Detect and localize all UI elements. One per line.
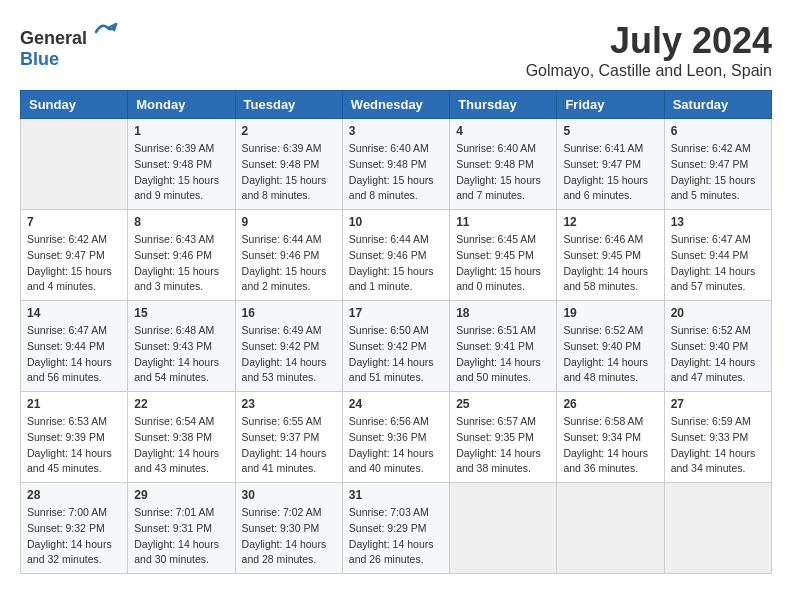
calendar-cell: 30 Sunrise: 7:02 AM Sunset: 9:30 PM Dayl…	[235, 483, 342, 574]
logo-text: General Blue	[20, 20, 118, 70]
sunrise-text: Sunrise: 7:03 AM	[349, 506, 429, 518]
sunset-text: Sunset: 9:37 PM	[242, 431, 320, 443]
sunset-text: Sunset: 9:36 PM	[349, 431, 427, 443]
sunset-text: Sunset: 9:46 PM	[349, 249, 427, 261]
weekday-header-wednesday: Wednesday	[342, 91, 449, 119]
day-number: 30	[242, 488, 336, 502]
daylight-text: Daylight: 14 hours and 38 minutes.	[456, 447, 541, 475]
day-info: Sunrise: 6:53 AM Sunset: 9:39 PM Dayligh…	[27, 414, 121, 477]
calendar-cell: 9 Sunrise: 6:44 AM Sunset: 9:46 PM Dayli…	[235, 210, 342, 301]
day-number: 24	[349, 397, 443, 411]
day-info: Sunrise: 6:49 AM Sunset: 9:42 PM Dayligh…	[242, 323, 336, 386]
main-title: July 2024	[526, 20, 772, 62]
sunset-text: Sunset: 9:47 PM	[27, 249, 105, 261]
day-info: Sunrise: 6:47 AM Sunset: 9:44 PM Dayligh…	[27, 323, 121, 386]
day-number: 2	[242, 124, 336, 138]
day-number: 3	[349, 124, 443, 138]
weekday-header-tuesday: Tuesday	[235, 91, 342, 119]
calendar-cell: 13 Sunrise: 6:47 AM Sunset: 9:44 PM Dayl…	[664, 210, 771, 301]
day-info: Sunrise: 6:57 AM Sunset: 9:35 PM Dayligh…	[456, 414, 550, 477]
calendar-cell: 15 Sunrise: 6:48 AM Sunset: 9:43 PM Dayl…	[128, 301, 235, 392]
daylight-text: Daylight: 14 hours and 32 minutes.	[27, 538, 112, 566]
calendar-cell: 17 Sunrise: 6:50 AM Sunset: 9:42 PM Dayl…	[342, 301, 449, 392]
logo-blue: Blue	[20, 49, 59, 69]
day-info: Sunrise: 6:39 AM Sunset: 9:48 PM Dayligh…	[242, 141, 336, 204]
daylight-text: Daylight: 14 hours and 58 minutes.	[563, 265, 648, 293]
weekday-header-thursday: Thursday	[450, 91, 557, 119]
daylight-text: Daylight: 14 hours and 43 minutes.	[134, 447, 219, 475]
day-info: Sunrise: 6:41 AM Sunset: 9:47 PM Dayligh…	[563, 141, 657, 204]
day-info: Sunrise: 6:56 AM Sunset: 9:36 PM Dayligh…	[349, 414, 443, 477]
day-number: 11	[456, 215, 550, 229]
sunrise-text: Sunrise: 7:02 AM	[242, 506, 322, 518]
day-info: Sunrise: 6:47 AM Sunset: 9:44 PM Dayligh…	[671, 232, 765, 295]
weekday-header-sunday: Sunday	[21, 91, 128, 119]
daylight-text: Daylight: 14 hours and 56 minutes.	[27, 356, 112, 384]
sunrise-text: Sunrise: 6:42 AM	[27, 233, 107, 245]
sunset-text: Sunset: 9:44 PM	[671, 249, 749, 261]
sunrise-text: Sunrise: 6:57 AM	[456, 415, 536, 427]
sunset-text: Sunset: 9:31 PM	[134, 522, 212, 534]
daylight-text: Daylight: 15 hours and 0 minutes.	[456, 265, 541, 293]
sunrise-text: Sunrise: 6:59 AM	[671, 415, 751, 427]
sunset-text: Sunset: 9:45 PM	[456, 249, 534, 261]
calendar-cell: 14 Sunrise: 6:47 AM Sunset: 9:44 PM Dayl…	[21, 301, 128, 392]
day-number: 20	[671, 306, 765, 320]
weekday-header-row: SundayMondayTuesdayWednesdayThursdayFrid…	[21, 91, 772, 119]
calendar-cell: 1 Sunrise: 6:39 AM Sunset: 9:48 PM Dayli…	[128, 119, 235, 210]
sunrise-text: Sunrise: 6:46 AM	[563, 233, 643, 245]
sunrise-text: Sunrise: 6:50 AM	[349, 324, 429, 336]
sunrise-text: Sunrise: 7:01 AM	[134, 506, 214, 518]
day-info: Sunrise: 6:40 AM Sunset: 9:48 PM Dayligh…	[456, 141, 550, 204]
daylight-text: Daylight: 14 hours and 26 minutes.	[349, 538, 434, 566]
daylight-text: Daylight: 14 hours and 53 minutes.	[242, 356, 327, 384]
calendar-cell: 25 Sunrise: 6:57 AM Sunset: 9:35 PM Dayl…	[450, 392, 557, 483]
calendar-cell: 24 Sunrise: 6:56 AM Sunset: 9:36 PM Dayl…	[342, 392, 449, 483]
sunrise-text: Sunrise: 6:56 AM	[349, 415, 429, 427]
daylight-text: Daylight: 14 hours and 51 minutes.	[349, 356, 434, 384]
sunset-text: Sunset: 9:46 PM	[134, 249, 212, 261]
calendar-cell	[664, 483, 771, 574]
calendar-cell	[557, 483, 664, 574]
sunset-text: Sunset: 9:41 PM	[456, 340, 534, 352]
day-info: Sunrise: 6:51 AM Sunset: 9:41 PM Dayligh…	[456, 323, 550, 386]
daylight-text: Daylight: 15 hours and 2 minutes.	[242, 265, 327, 293]
sunset-text: Sunset: 9:46 PM	[242, 249, 320, 261]
daylight-text: Daylight: 15 hours and 8 minutes.	[349, 174, 434, 202]
daylight-text: Daylight: 15 hours and 9 minutes.	[134, 174, 219, 202]
day-number: 25	[456, 397, 550, 411]
day-number: 18	[456, 306, 550, 320]
calendar-cell: 8 Sunrise: 6:43 AM Sunset: 9:46 PM Dayli…	[128, 210, 235, 301]
day-number: 6	[671, 124, 765, 138]
sunset-text: Sunset: 9:33 PM	[671, 431, 749, 443]
daylight-text: Daylight: 14 hours and 54 minutes.	[134, 356, 219, 384]
calendar-cell: 28 Sunrise: 7:00 AM Sunset: 9:32 PM Dayl…	[21, 483, 128, 574]
week-row-5: 28 Sunrise: 7:00 AM Sunset: 9:32 PM Dayl…	[21, 483, 772, 574]
calendar-cell: 10 Sunrise: 6:44 AM Sunset: 9:46 PM Dayl…	[342, 210, 449, 301]
day-info: Sunrise: 6:58 AM Sunset: 9:34 PM Dayligh…	[563, 414, 657, 477]
calendar-cell: 21 Sunrise: 6:53 AM Sunset: 9:39 PM Dayl…	[21, 392, 128, 483]
weekday-header-monday: Monday	[128, 91, 235, 119]
day-number: 19	[563, 306, 657, 320]
calendar-cell: 19 Sunrise: 6:52 AM Sunset: 9:40 PM Dayl…	[557, 301, 664, 392]
daylight-text: Daylight: 14 hours and 50 minutes.	[456, 356, 541, 384]
sub-title: Golmayo, Castille and Leon, Spain	[526, 62, 772, 80]
calendar-table: SundayMondayTuesdayWednesdayThursdayFrid…	[20, 90, 772, 574]
sunrise-text: Sunrise: 6:39 AM	[242, 142, 322, 154]
weekday-header-saturday: Saturday	[664, 91, 771, 119]
day-number: 16	[242, 306, 336, 320]
week-row-4: 21 Sunrise: 6:53 AM Sunset: 9:39 PM Dayl…	[21, 392, 772, 483]
calendar-cell: 18 Sunrise: 6:51 AM Sunset: 9:41 PM Dayl…	[450, 301, 557, 392]
day-info: Sunrise: 6:40 AM Sunset: 9:48 PM Dayligh…	[349, 141, 443, 204]
sunrise-text: Sunrise: 6:52 AM	[671, 324, 751, 336]
week-row-1: 1 Sunrise: 6:39 AM Sunset: 9:48 PM Dayli…	[21, 119, 772, 210]
sunset-text: Sunset: 9:40 PM	[671, 340, 749, 352]
sunset-text: Sunset: 9:45 PM	[563, 249, 641, 261]
logo-general: General	[20, 28, 87, 48]
day-number: 8	[134, 215, 228, 229]
sunrise-text: Sunrise: 6:41 AM	[563, 142, 643, 154]
sunrise-text: Sunrise: 6:52 AM	[563, 324, 643, 336]
sunrise-text: Sunrise: 6:45 AM	[456, 233, 536, 245]
logo: General Blue	[20, 20, 118, 70]
day-number: 29	[134, 488, 228, 502]
